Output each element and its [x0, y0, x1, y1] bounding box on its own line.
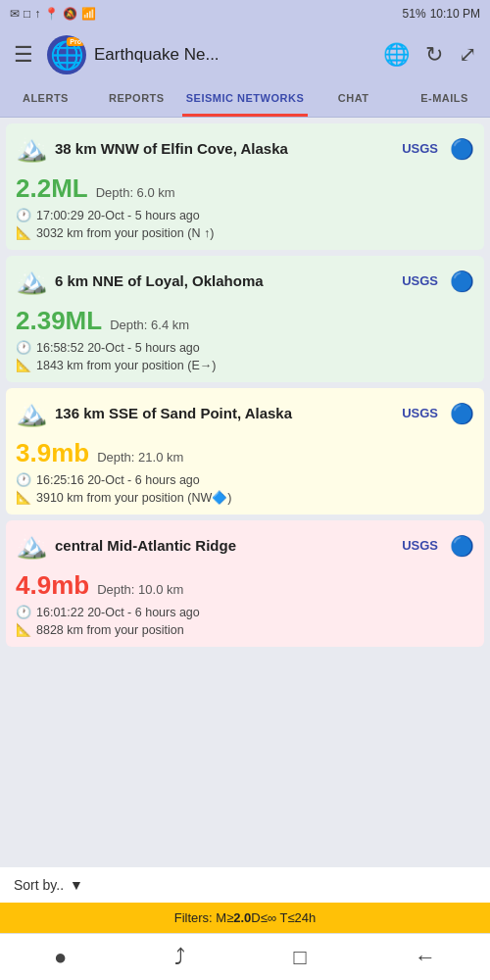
filter-bar[interactable]: Filters: M≥2.0D≤∞ T≤24h — [0, 903, 490, 933]
tab-reports[interactable]: REPORTS — [91, 82, 182, 117]
eq-time: 16:01:22 20-Oct - 6 hours ago — [36, 606, 200, 619]
eq-depth: Depth: 21.0 km — [97, 450, 183, 465]
filter-mag: 2.0 — [233, 910, 251, 925]
eq-time: 16:25:16 20-Oct - 6 hours ago — [36, 473, 200, 487]
msg-icon: ✉ — [10, 7, 20, 21]
compass-icon: 📐 — [16, 622, 31, 637]
tab-alerts[interactable]: ALERTS — [0, 82, 91, 117]
clock-icon: 🕐 — [16, 208, 31, 222]
earthquake-icon: 🏔️ — [16, 398, 47, 428]
sort-label[interactable]: Sort by.. — [14, 877, 64, 893]
magnitude-row: 2.2ML Depth: 6.0 km — [16, 173, 474, 204]
eq-magnitude: 2.2ML — [16, 173, 88, 204]
pro-badge: Pro — [67, 37, 84, 46]
eq-distance-row: 📐 1843 km from your position (E→) — [16, 358, 474, 372]
card-header: 🏔️ central Mid-Atlantic Ridge USGS 🔵 — [6, 520, 484, 566]
mute-icon: 🔕 — [63, 7, 77, 21]
eq-magnitude: 2.39ML — [16, 306, 102, 336]
eq-time: 17:00:29 20-Oct - 5 hours ago — [36, 209, 200, 222]
menu-icon[interactable]: ☰ — [8, 36, 39, 74]
eq-source[interactable]: USGS — [402, 141, 438, 156]
home-icon[interactable]: ● — [54, 945, 67, 970]
screen-icon: □ — [24, 7, 30, 21]
clock-icon: 🕐 — [16, 340, 31, 355]
eq-time-row: 🕐 16:01:22 20-Oct - 6 hours ago — [16, 605, 474, 619]
eq-distance: 3032 km from your position (N ↑) — [36, 226, 214, 240]
earthquake-card: 🏔️ 136 km SSE of Sand Point, Alaska USGS… — [6, 388, 484, 514]
battery-text: 51% — [403, 7, 426, 21]
eq-distance: 8828 km from your position — [36, 623, 184, 637]
card-header: 🏔️ 6 km NNE of Loyal, Oklahoma USGS 🔵 — [6, 256, 484, 302]
refresh-icon[interactable]: ↻ — [419, 36, 449, 74]
nav-bar: ● ⤴ □ ← — [0, 933, 490, 980]
back-app-icon[interactable]: ⤴ — [174, 945, 185, 970]
globe-action-icon[interactable]: 🌐 — [377, 36, 416, 74]
upload-icon: ↑ — [34, 7, 40, 21]
app-bar-actions: 🌐 ↻ ⤢ — [377, 36, 482, 74]
eq-magnitude: 3.9mb — [16, 438, 89, 468]
card-body: 2.39ML Depth: 6.4 km 🕐 16:58:52 20-Oct -… — [6, 302, 484, 382]
expand-icon[interactable]: ⤢ — [453, 36, 482, 74]
eq-distance-row: 📐 3032 km from your position (N ↑) — [16, 225, 474, 240]
app-logo: 🌐 Pro — [47, 35, 86, 74]
eq-location[interactable]: 6 km NNE of Loyal, Oklahoma — [55, 271, 394, 291]
card-body: 3.9mb Depth: 21.0 km 🕐 16:25:16 20-Oct -… — [6, 434, 484, 514]
sort-chevron-icon[interactable]: ▼ — [70, 877, 83, 893]
share-icon[interactable]: 🔵 — [450, 270, 474, 293]
compass-icon: 📐 — [16, 358, 31, 372]
earthquake-card: 🏔️ 6 km NNE of Loyal, Oklahoma USGS 🔵 2.… — [6, 256, 484, 382]
share-icon[interactable]: 🔵 — [450, 137, 474, 161]
clock-icon: 🕐 — [16, 472, 31, 487]
eq-time: 16:58:52 20-Oct - 5 hours ago — [36, 341, 200, 355]
eq-location[interactable]: 38 km WNW of Elfin Cove, Alaska — [55, 139, 394, 159]
status-right: 51% 10:10 PM — [403, 7, 480, 21]
eq-location[interactable]: 136 km SSE of Sand Point, Alaska — [55, 404, 394, 423]
eq-distance-row: 📐 3910 km from your position (NW🔷) — [16, 490, 474, 505]
magnitude-row: 4.9mb Depth: 10.0 km — [16, 570, 474, 601]
eq-depth: Depth: 10.0 km — [97, 582, 183, 597]
magnitude-row: 2.39ML Depth: 6.4 km — [16, 306, 474, 336]
eq-source[interactable]: USGS — [402, 273, 438, 288]
eq-magnitude: 4.9mb — [16, 570, 89, 601]
tab-chat[interactable]: CHAT — [308, 82, 399, 117]
eq-distance-row: 📐 8828 km from your position — [16, 622, 474, 637]
status-bar: ✉ □ ↑ 📍 🔕 📶 51% 10:10 PM — [0, 0, 490, 27]
sort-bar: Sort by.. ▼ — [0, 867, 490, 903]
eq-depth: Depth: 6.0 km — [96, 185, 175, 200]
tab-seismic-networks[interactable]: SEISMIC NETWORKS — [182, 82, 308, 117]
time-text: 10:10 PM — [430, 7, 480, 21]
eq-time-row: 🕐 16:58:52 20-Oct - 5 hours ago — [16, 340, 474, 355]
card-body: 2.2ML Depth: 6.0 km 🕐 17:00:29 20-Oct - … — [6, 170, 484, 250]
clock-icon: 🕐 — [16, 605, 31, 619]
status-left-icons: ✉ □ ↑ 📍 🔕 📶 — [10, 7, 96, 21]
earthquake-card: 🏔️ 38 km WNW of Elfin Cove, Alaska USGS … — [6, 123, 484, 250]
location-icon: 📍 — [44, 7, 59, 21]
bottom-bar: Sort by.. ▼ Filters: M≥2.0D≤∞ T≤24h ● ⤴ … — [0, 867, 490, 980]
content-area: 🏔️ 38 km WNW of Elfin Cove, Alaska USGS … — [0, 118, 490, 731]
eq-depth: Depth: 6.4 km — [110, 318, 189, 332]
eq-time-row: 🕐 17:00:29 20-Oct - 5 hours ago — [16, 208, 474, 222]
share-icon[interactable]: 🔵 — [450, 402, 474, 425]
app-title: Earthquake Ne... — [94, 45, 369, 65]
compass-icon: 📐 — [16, 490, 31, 505]
card-header: 🏔️ 136 km SSE of Sand Point, Alaska USGS… — [6, 388, 484, 434]
back-icon[interactable]: ← — [415, 945, 436, 970]
recents-icon[interactable]: □ — [294, 945, 307, 970]
wifi-icon: 📶 — [81, 7, 96, 21]
eq-source[interactable]: USGS — [402, 538, 438, 553]
eq-location[interactable]: central Mid-Atlantic Ridge — [55, 536, 394, 556]
tab-emails[interactable]: E-MAILS — [399, 82, 490, 117]
compass-icon: 📐 — [16, 225, 31, 240]
card-header: 🏔️ 38 km WNW of Elfin Cove, Alaska USGS … — [6, 123, 484, 170]
earthquake-icon: 🏔️ — [16, 266, 47, 296]
filter-text: Filters: M≥2.0D≤∞ T≤24h — [174, 910, 317, 925]
app-bar: ☰ 🌐 Pro Earthquake Ne... 🌐 ↻ ⤢ — [0, 27, 490, 82]
magnitude-row: 3.9mb Depth: 21.0 km — [16, 438, 474, 468]
eq-source[interactable]: USGS — [402, 406, 438, 420]
eq-time-row: 🕐 16:25:16 20-Oct - 6 hours ago — [16, 472, 474, 487]
share-icon[interactable]: 🔵 — [450, 534, 474, 558]
eq-distance: 3910 km from your position (NW🔷) — [36, 490, 231, 505]
earthquake-icon: 🏔️ — [16, 530, 47, 561]
tab-bar: ALERTS REPORTS SEISMIC NETWORKS CHAT E-M… — [0, 82, 490, 118]
earthquake-icon: 🏔️ — [16, 133, 47, 164]
